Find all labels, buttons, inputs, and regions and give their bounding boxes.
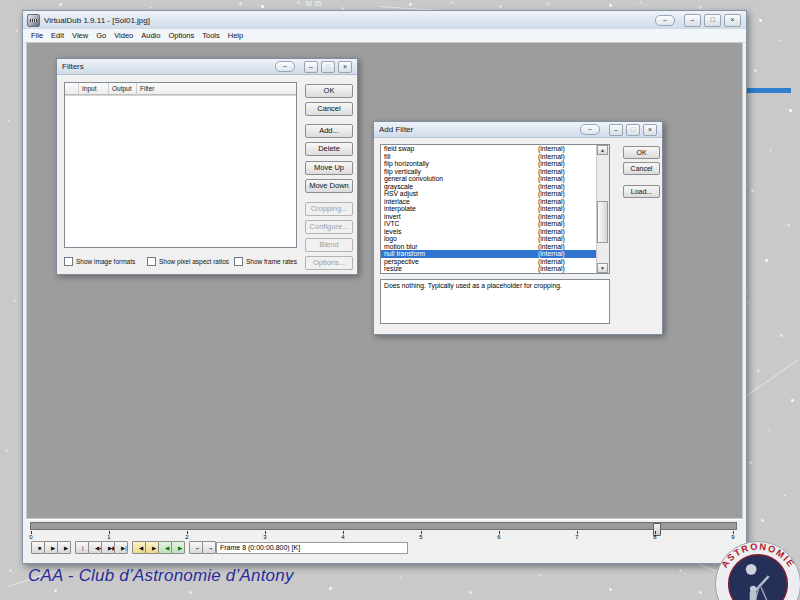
menu-bar: File Edit View Go Video Audio Options To… (23, 29, 746, 43)
minimize-pill-icon[interactable]: – (655, 15, 675, 26)
menu-file[interactable]: File (27, 31, 47, 40)
page-caption: CAA - Club d’Astronomie d’Antony (28, 566, 294, 586)
close-button[interactable]: × (724, 14, 741, 27)
logo-moon-icon (746, 564, 757, 575)
close-button[interactable]: × (338, 61, 352, 73)
menu-video[interactable]: Video (110, 31, 137, 40)
minimize-pill-icon[interactable]: – (580, 124, 600, 135)
minimize-button[interactable]: – (609, 124, 623, 136)
play-output-button[interactable]: ▶ (57, 541, 71, 554)
move-up-button[interactable]: Move Up (305, 161, 353, 175)
next-keyframe-button[interactable]: ▶ (145, 541, 159, 554)
minimize-button[interactable]: – (304, 61, 318, 73)
list-item[interactable]: general convolution(internal) (381, 175, 597, 183)
list-item[interactable]: field swap(internal) (381, 145, 597, 153)
maximize-button: □ (321, 61, 335, 73)
mark-in-button[interactable]: ⌐ (189, 541, 203, 554)
menu-edit[interactable]: Edit (47, 31, 68, 40)
scrollbar-thumb[interactable] (597, 201, 608, 243)
ok-button[interactable]: OK (623, 146, 660, 159)
step-back-button[interactable]: ◀◀ (88, 541, 102, 554)
column-output[interactable]: Output (109, 83, 137, 95)
filter-name: flip vertically (384, 168, 421, 176)
filter-scope: (internal) (538, 153, 565, 161)
filter-scope: (internal) (538, 190, 565, 198)
close-button[interactable]: × (643, 124, 657, 136)
show-frame-rates-checkbox[interactable]: Show frame rates (234, 256, 297, 266)
list-item[interactable]: IVTC(internal) (381, 220, 597, 228)
list-item[interactable]: HSV adjust(internal) (381, 190, 597, 198)
list-item[interactable]: perspective(internal) (381, 258, 597, 266)
menu-view[interactable]: View (68, 31, 92, 40)
filter-scope: (internal) (538, 183, 565, 191)
checkbox-icon[interactable] (64, 257, 73, 266)
filter-name: general convolution (384, 175, 443, 183)
next-scene-button[interactable]: ▶ (171, 541, 185, 554)
available-filters-list[interactable]: field swap(internal) fill(internal) flip… (380, 144, 610, 274)
menu-audio[interactable]: Audio (137, 31, 164, 40)
list-item[interactable]: motion blur(internal) (381, 243, 597, 251)
prev-keyframe-button[interactable]: ◀ (132, 541, 146, 554)
menu-go[interactable]: Go (92, 31, 110, 40)
seek-track[interactable] (30, 522, 737, 530)
list-item[interactable]: logo(internal) (381, 235, 597, 243)
list-item[interactable]: interlace(internal) (381, 198, 597, 206)
show-pixel-aspect-ratios-checkbox[interactable]: Show pixel aspect ratios (147, 256, 229, 266)
filter-scope: (internal) (538, 258, 565, 266)
menu-tools[interactable]: Tools (198, 31, 224, 40)
add-filter-dialog-titlebar[interactable]: Add Filter – – □ × (374, 122, 662, 138)
scroll-up-icon[interactable]: ▲ (597, 145, 608, 155)
filter-name: logo (384, 235, 397, 243)
window-titlebar[interactable]: VirtualDub 1.9.11 - [Sol01.jpg] – – □ × (23, 11, 746, 30)
add-filter-dialog: Add Filter – – □ × field swap(internal) … (373, 121, 663, 335)
scroll-down-icon[interactable]: ▼ (597, 263, 608, 273)
maximize-button[interactable]: □ (704, 14, 721, 27)
delete-button[interactable]: Delete (305, 142, 353, 156)
add-filter-button[interactable]: Add... (305, 124, 353, 138)
checkbox-icon[interactable] (234, 257, 243, 266)
go-end-button[interactable]: ▶| (114, 541, 128, 554)
blend-button: Blend (305, 238, 353, 252)
step-forward-button[interactable]: ▶▶ (101, 541, 115, 554)
list-item[interactable]: fill(internal) (381, 153, 597, 161)
move-down-button[interactable]: Move Down (305, 179, 353, 193)
show-image-formats-checkbox[interactable]: Show image formats (64, 256, 135, 266)
play-input-button[interactable]: ▶ (44, 541, 58, 554)
ok-button[interactable]: OK (305, 84, 353, 98)
add-filter-dialog-title: Add Filter (379, 125, 580, 134)
filter-name: motion blur (384, 243, 418, 251)
filters-dialog-titlebar[interactable]: Filters – – □ × (57, 59, 357, 75)
filter-scope: (internal) (538, 228, 565, 236)
load-button[interactable]: Load... (623, 185, 660, 198)
list-item[interactable]: invert(internal) (381, 213, 597, 221)
list-item[interactable]: flip horizontally(internal) (381, 160, 597, 168)
list-item[interactable]: interpolate(internal) (381, 205, 597, 213)
list-item[interactable]: levels(internal) (381, 228, 597, 236)
column-input[interactable]: Input (79, 83, 109, 95)
checkbox-icon[interactable] (147, 257, 156, 266)
checkbox-label: Show image formats (76, 258, 135, 265)
minimize-button[interactable]: – (684, 14, 701, 27)
list-item[interactable]: resize(internal) (381, 265, 597, 273)
filter-rows: field swap(internal) fill(internal) flip… (381, 145, 597, 273)
prev-scene-button[interactable]: ◀ (158, 541, 172, 554)
menu-help[interactable]: Help (224, 31, 247, 40)
list-item[interactable]: grayscale(internal) (381, 183, 597, 191)
scrollbar[interactable]: ▲ ▼ (596, 145, 609, 273)
column-filter[interactable]: Filter (137, 83, 296, 95)
timeline: 0 1 2 3 4 5 6 7 8 9 (26, 519, 743, 540)
go-start-button[interactable]: |◀ (75, 541, 89, 554)
stop-button[interactable]: ■ (31, 541, 45, 554)
list-item-selected[interactable]: null transform(internal) (381, 250, 597, 258)
mark-out-button[interactable]: ¬ (202, 541, 216, 554)
cropping-button: Cropping... (305, 202, 353, 216)
filter-chain-list[interactable]: Input Output Filter (64, 82, 297, 248)
list-item[interactable]: flip vertically(internal) (381, 168, 597, 176)
page-background: M 35 S VirtualDub 1.9.11 - [Sol01.jpg] –… (0, 0, 800, 600)
filter-scope: (internal) (538, 220, 565, 228)
cancel-button[interactable]: Cancel (305, 102, 353, 116)
menu-options[interactable]: Options (164, 31, 198, 40)
filters-dialog: Filters – – □ × Input Output Filter OK C… (56, 58, 358, 275)
minimize-pill-icon[interactable]: – (275, 61, 295, 72)
cancel-button[interactable]: Cancel (623, 162, 660, 175)
